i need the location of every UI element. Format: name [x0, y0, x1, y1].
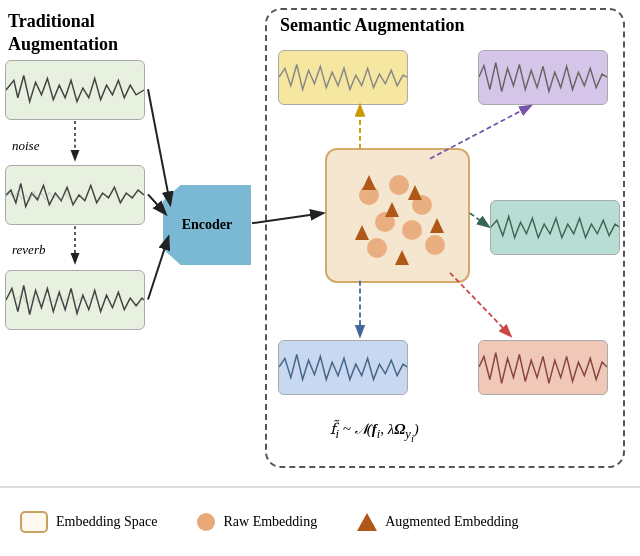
- waveform-teal: [490, 200, 620, 255]
- legend-raw-label: Raw Embedding: [223, 514, 317, 530]
- waveform-original: [5, 60, 145, 120]
- svg-marker-12: [362, 175, 376, 190]
- embedding-space-box: [325, 148, 470, 283]
- waveform-noise: [5, 165, 145, 225]
- noise-label: noise: [12, 138, 39, 154]
- svg-point-5: [367, 238, 387, 258]
- svg-marker-11: [395, 250, 409, 265]
- legend-triangle-icon: [357, 513, 377, 531]
- svg-line-15: [148, 89, 170, 203]
- waveform-salmon: [478, 340, 608, 395]
- trad-augmentation-title: Traditional Augmentation: [8, 10, 163, 57]
- svg-marker-8: [385, 202, 399, 217]
- semantic-aug-title: Semantic Augmentation: [280, 15, 465, 36]
- encoder-box: Encoder: [163, 185, 251, 265]
- svg-point-1: [389, 175, 409, 195]
- svg-marker-9: [408, 185, 422, 200]
- svg-marker-10: [430, 218, 444, 233]
- legend-aug-label: Augmented Embedding: [385, 514, 518, 530]
- legend-circle-icon: [197, 513, 215, 531]
- svg-line-16: [148, 194, 165, 213]
- svg-marker-7: [355, 225, 369, 240]
- reverb-label: reverb: [12, 242, 45, 258]
- legend-area: Embedding Space Raw Embedding Augmented …: [0, 486, 640, 556]
- waveform-purple: [478, 50, 608, 105]
- legend-augmented-embedding: Augmented Embedding: [357, 513, 518, 531]
- legend-square-icon: [20, 511, 48, 533]
- main-container: Traditional Augmentation noise reverb: [0, 0, 640, 556]
- diagram-area: Traditional Augmentation noise reverb: [0, 0, 640, 486]
- formula: f̃i ~ 𝒩(fi, λΩyi): [330, 420, 419, 444]
- svg-point-6: [425, 235, 445, 255]
- legend-embedding-label: Embedding Space: [56, 514, 157, 530]
- svg-point-4: [402, 220, 422, 240]
- waveform-reverb: [5, 270, 145, 330]
- legend-raw-embedding: Raw Embedding: [197, 513, 317, 531]
- waveform-yellow: [278, 50, 408, 105]
- waveform-blue: [278, 340, 408, 395]
- legend-embedding-space: Embedding Space: [20, 511, 157, 533]
